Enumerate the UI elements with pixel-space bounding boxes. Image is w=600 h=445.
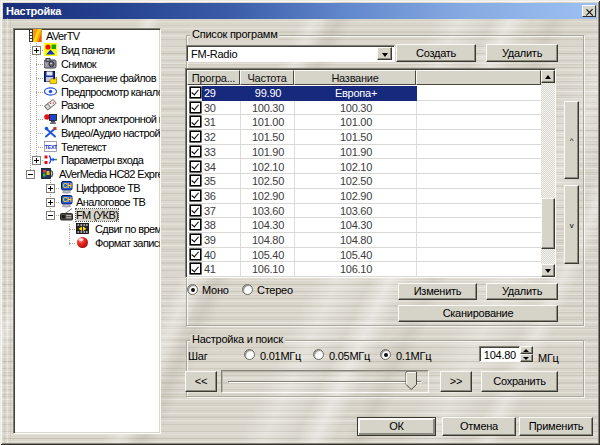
svg-text:CH: CH [63,182,72,189]
svg-text:TEXT: TEXT [45,144,57,150]
svg-text:CH: CH [63,196,72,203]
